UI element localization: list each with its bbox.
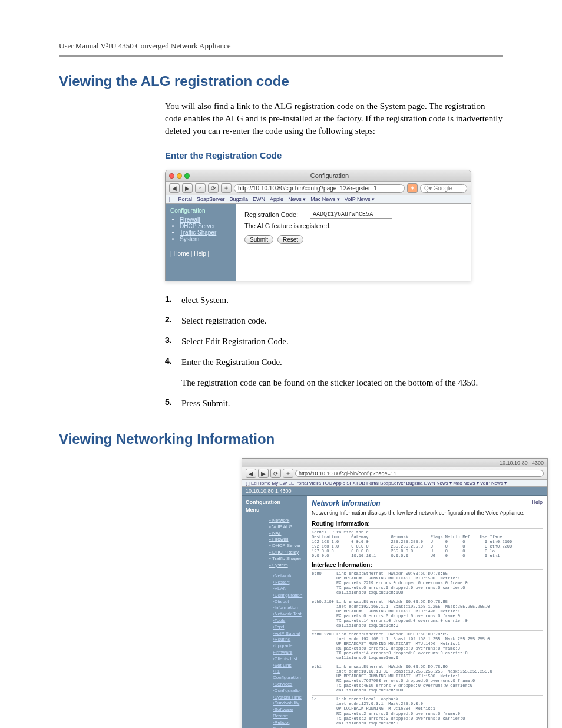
sidebar-subitem[interactable]: ›Network	[269, 573, 303, 579]
sidebar-subitem[interactable]: ›Dialout	[269, 599, 303, 605]
bm-item[interactable]: News ▾	[288, 196, 306, 202]
sidebar-subitem[interactable]: ›T1 Configuration	[269, 668, 303, 681]
reload-button[interactable]: ⟳	[208, 183, 219, 193]
add-button[interactable]: ＋	[283, 469, 293, 478]
main-pane: Registration Code: The ALG feature is re…	[236, 204, 471, 281]
intro-paragraph: You will also find a link to the ALG reg…	[165, 100, 503, 137]
window-title: Configuration	[192, 172, 467, 179]
reg-status-msg: The ALG feature is registered.	[244, 222, 462, 229]
bookmarks-bar: [ ] Portal SoapServer Bugzilla EWN Apple…	[166, 195, 471, 204]
bm-item[interactable]: VoIP News ▾	[345, 196, 375, 202]
bm-item[interactable]: [ ]	[169, 196, 174, 202]
step-note: The registration code can be found on th…	[181, 377, 503, 389]
step-text: Press Submit.	[181, 397, 503, 410]
url-field-2[interactable]: http://10.10.10.80/cgi-bin/config?page=1…	[295, 470, 544, 477]
sidebar-heading: Configuration	[246, 499, 303, 505]
config-sidebar: Configuration Firewall DHCP Server Traff…	[166, 204, 236, 281]
bm-item[interactable]: SoapServer	[197, 196, 225, 202]
forward-button[interactable]: ▶	[258, 469, 269, 478]
add-button[interactable]: ＋	[221, 183, 232, 193]
sidebar-subitem[interactable]: ›Tools	[269, 618, 303, 624]
sidebar-subitem[interactable]: ›Set Link	[269, 663, 303, 669]
sidebar-item-system[interactable]: System	[180, 236, 199, 242]
step-num: 2.	[165, 315, 181, 327]
sidebar-subitem[interactable]: ›Services	[269, 681, 303, 688]
steps-list: 1.elect System. 2.Select registration co…	[165, 294, 503, 368]
forward-button[interactable]: ▶	[182, 183, 193, 193]
sidebar-subitem[interactable]: ›Configuration	[269, 592, 303, 599]
submit-button[interactable]: Submit	[244, 235, 273, 244]
sidebar-item-dhcp[interactable]: DHCP Server	[180, 223, 215, 229]
sidebar-item[interactable]: • System	[269, 562, 303, 569]
sidebar-heading: Menu	[246, 507, 303, 513]
sidebar-subitem[interactable]: ›Survivability	[269, 700, 303, 707]
window-title-2: 10.10.10.80 | 4300	[242, 459, 547, 467]
minimize-icon	[177, 173, 182, 179]
step-num: 3.	[165, 335, 181, 348]
sidebar-subitem[interactable]: ›Network Test	[269, 611, 303, 618]
sidebar-item[interactable]: • VoIP ALG	[269, 524, 303, 531]
interface-block: eth0 Link encap:Ethernet HWaddr 00:03:6D…	[312, 569, 543, 595]
sidebar-subitem[interactable]: ›System Time	[269, 694, 303, 701]
bm-item[interactable]: Apple	[270, 196, 283, 202]
browser-toolbar-2: ◀ ▶ ⟳ ＋ http://10.10.10.80/cgi-bin/confi…	[242, 467, 547, 480]
sidebar-item[interactable]: • DHCP Server	[269, 543, 303, 549]
step-text: Enter the Registration Code.	[181, 356, 503, 368]
panel-title: Network Information	[312, 499, 543, 508]
reg-code-input[interactable]	[310, 210, 392, 219]
step-text: Select Edit Registration Code.	[181, 335, 503, 348]
sidebar-item[interactable]: • Network	[269, 518, 303, 524]
interface-block: eth1 Link encap:Ethernet HWaddr 00:03:6D…	[312, 663, 543, 693]
sidebar-subitem[interactable]: ›VoIP Subnet	[269, 631, 303, 637]
reload-button[interactable]: ⟳	[270, 469, 281, 478]
sidebar-subitem[interactable]: ›Restart	[269, 579, 303, 586]
sidebar-heading: Configuration	[170, 207, 232, 214]
heading-alg: Viewing the ALG registration code	[59, 73, 503, 90]
config-sidebar-2: Configuration Menu • Network• VoIP ALG• …	[242, 496, 307, 728]
interface-block: lo Link encap:Local Loopback inet addr:1…	[312, 695, 543, 725]
rss-icon[interactable]: ✶	[407, 183, 418, 193]
sidebar-item[interactable]: • Firewall	[269, 536, 303, 543]
sidebar-subitem[interactable]: ›Configuration	[269, 688, 303, 694]
interface-block: eth0.2200 Link encap:Ethernet HWaddr 00:…	[312, 630, 543, 660]
heading-netinfo: Viewing Networking Information	[59, 431, 503, 447]
sidebar-subitem[interactable]: ›Information	[269, 605, 303, 611]
step-num: 1.	[165, 294, 181, 307]
step-num: 4.	[165, 356, 181, 368]
bm-item[interactable]: Portal	[178, 196, 193, 202]
reg-code-label: Registration Code:	[244, 211, 298, 218]
brand-bar: 10.10.10.80 1.4300	[242, 487, 547, 496]
sidebar-item[interactable]: • DHCP Relay	[269, 549, 303, 556]
sidebar-subitem[interactable]: ›Routing	[269, 637, 303, 643]
sidebar-footer: | Home | Help |	[170, 251, 232, 257]
sidebar-subitem[interactable]: ›Clients List	[269, 656, 303, 663]
panel-desc: Networking Information displays the low …	[312, 510, 543, 516]
sidebar-item[interactable]: • NAT	[269, 531, 303, 537]
close-icon	[169, 173, 174, 179]
bm-item[interactable]: EWN	[253, 196, 265, 202]
search-field[interactable]: Q▾ Google	[420, 184, 467, 193]
interface-heading: Interface Information:	[312, 562, 543, 568]
url-field[interactable]: http://10.10.10.80/cgi-bin/config?page=1…	[234, 184, 405, 193]
routing-heading: Routing Information:	[312, 521, 543, 527]
reset-button[interactable]: Reset	[277, 235, 303, 244]
sidebar-subitem[interactable]: ›VLAN	[269, 586, 303, 592]
sidebar-subitem[interactable]: ›Software Restart	[269, 707, 303, 720]
screenshot-netinfo: 10.10.10.80 | 4300 ◀ ▶ ⟳ ＋ http://10.10.…	[242, 458, 548, 728]
sidebar-subitem[interactable]: ›Tcpd	[269, 624, 303, 631]
sidebar-subitem[interactable]: ›Upgrade Firmware	[269, 643, 303, 656]
back-button[interactable]: ◀	[169, 183, 180, 193]
home-button[interactable]: ⌂	[195, 183, 206, 193]
help-link[interactable]: Help	[531, 499, 543, 505]
sidebar-item[interactable]: • Traffic Shaper	[269, 556, 303, 562]
browser-toolbar: ◀ ▶ ⌂ ⟳ ＋ http://10.10.10.80/cgi-bin/con…	[166, 182, 471, 195]
sidebar-subitem[interactable]: ›Reboot System	[269, 720, 303, 728]
back-button[interactable]: ◀	[246, 469, 256, 478]
bm-item[interactable]: Bugzilla	[230, 196, 249, 202]
window-titlebar: Configuration	[166, 170, 471, 182]
doc-header: User Manual V²IU 4350 Converged Network …	[59, 41, 503, 57]
sidebar-item-traffic[interactable]: Traffic Shaper	[180, 229, 216, 236]
bm-item[interactable]: Mac News ▾	[310, 196, 340, 202]
sidebar-item-firewall[interactable]: Firewall	[180, 216, 200, 223]
step-text: Select registration code.	[181, 315, 503, 327]
